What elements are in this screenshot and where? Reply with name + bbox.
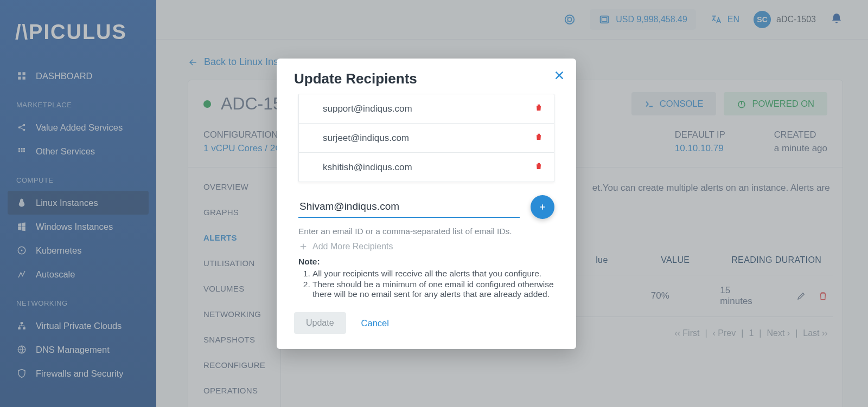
plus-icon bbox=[298, 242, 308, 251]
recipient-email: support@indiqus.com bbox=[323, 104, 412, 114]
recipient-row: surjeet@indiqus.com bbox=[299, 124, 554, 153]
recipients-list: support@indiqus.com surjeet@indiqus.com … bbox=[298, 94, 554, 182]
note-item: All your recipients will receive all the… bbox=[312, 269, 554, 279]
add-more-label: Add More Recipients bbox=[312, 242, 393, 251]
input-hint: Enter an email ID or a comma-separated l… bbox=[298, 227, 554, 236]
delete-recipient-button[interactable] bbox=[534, 132, 543, 144]
note-label: Note: bbox=[298, 257, 554, 267]
recipient-row: support@indiqus.com bbox=[299, 94, 554, 124]
note: Note: All your recipients will receive a… bbox=[298, 257, 554, 299]
trash-icon bbox=[534, 102, 543, 112]
delete-recipient-button[interactable] bbox=[534, 102, 543, 115]
recipient-email: kshitish@indiqus.com bbox=[323, 162, 412, 173]
plus-icon bbox=[538, 203, 547, 211]
note-item: There should be a minimum of one email i… bbox=[312, 280, 554, 299]
recipient-email: surjeet@indiqus.com bbox=[323, 133, 409, 144]
recipient-row: kshitish@indiqus.com bbox=[299, 153, 554, 182]
modal-title: Update Recipients bbox=[294, 70, 559, 87]
update-button[interactable]: Update bbox=[294, 312, 346, 334]
trash-icon bbox=[534, 161, 543, 171]
add-more-recipients[interactable]: Add More Recipients bbox=[298, 242, 554, 251]
close-icon bbox=[553, 69, 565, 81]
add-recipient-button[interactable] bbox=[531, 195, 554, 219]
delete-recipient-button[interactable] bbox=[534, 161, 543, 173]
close-button[interactable] bbox=[553, 69, 565, 83]
update-recipients-modal: Update Recipients support@indiqus.com su… bbox=[277, 59, 576, 349]
cancel-button[interactable]: Cancel bbox=[361, 318, 389, 328]
email-input[interactable] bbox=[298, 196, 520, 218]
trash-icon bbox=[534, 132, 543, 141]
